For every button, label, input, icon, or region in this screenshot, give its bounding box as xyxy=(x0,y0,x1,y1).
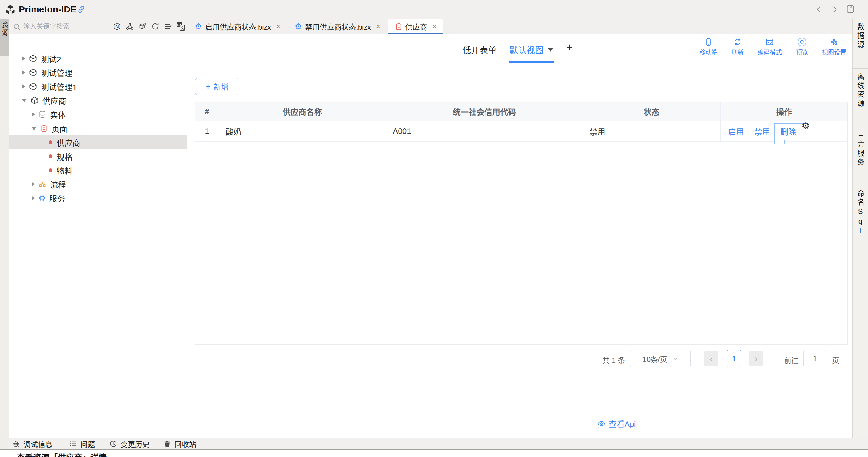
cell-name: 酸奶 xyxy=(219,121,386,142)
module-cube-icon xyxy=(30,96,39,105)
right-rail-tab-named-sql[interactable]: 命名Sql xyxy=(852,185,868,243)
collapse-sort-icon[interactable] xyxy=(164,22,172,31)
nav-back-icon[interactable] xyxy=(815,5,823,14)
tree-item-supplier-module[interactable]: 供应商 xyxy=(9,93,187,108)
selection-handle xyxy=(774,140,785,144)
chevron-right-icon[interactable] xyxy=(22,84,25,89)
code-window-icon xyxy=(766,38,774,46)
close-icon[interactable]: × xyxy=(376,22,380,31)
tree-item-test-mgmt[interactable]: 测试管理 xyxy=(9,65,187,80)
add-view-button[interactable]: + xyxy=(566,41,572,54)
chevron-right-icon[interactable] xyxy=(32,196,35,201)
close-icon[interactable]: × xyxy=(432,22,437,31)
gear-badge-icon[interactable]: ⚙ xyxy=(802,121,810,130)
prev-page-button[interactable]: ‹ xyxy=(704,352,718,366)
bug-icon xyxy=(12,440,20,448)
mobile-view-button[interactable]: 移动端 xyxy=(700,38,718,56)
plus-icon: + xyxy=(206,82,211,91)
module-cube-icon xyxy=(29,68,37,77)
right-rail-tab-datasource[interactable]: 数据源 xyxy=(852,19,868,68)
cell-actions: 启用 禁用 删除 ⚙ xyxy=(721,121,847,142)
next-page-button[interactable]: › xyxy=(749,352,763,366)
right-rail: 数据源 离线资源 三方服务 命名Sql xyxy=(852,19,868,438)
page-dot-icon xyxy=(49,141,53,145)
resource-sidebar: AI En 文 xyxy=(9,19,187,438)
tree-item-pages[interactable]: 页面 xyxy=(9,121,187,135)
editor-area: ⚙ 启用供应商状态.bizx × ⚙ 禁用供应商状态.bizx × 供应商 × … xyxy=(187,19,852,438)
problems-button[interactable]: 问题 xyxy=(69,438,95,449)
goto-label: 前往 xyxy=(784,355,799,365)
left-rail: 资源 xyxy=(0,19,9,449)
page-dot-icon xyxy=(49,169,53,172)
page-size-select[interactable]: 10条/页 xyxy=(630,350,690,367)
code-mode-button[interactable]: 编码模式 xyxy=(757,38,782,56)
debug-info-button[interactable]: 调试信息 xyxy=(12,438,53,449)
chevron-right-icon[interactable] xyxy=(22,70,25,75)
designer-selection-box[interactable]: ⚙ xyxy=(774,123,807,140)
tree-item-spec-page[interactable]: 规格 xyxy=(9,149,187,163)
chevron-right-icon[interactable] xyxy=(22,56,25,61)
nav-forward-icon[interactable] xyxy=(830,5,839,14)
status-tooltip-strip: 查看资源「供应商」详情 xyxy=(0,449,868,457)
sidebar-search-row: AI En 文 xyxy=(9,19,187,34)
right-rail-tab-offline-resources[interactable]: 离线资源 xyxy=(852,68,868,127)
col-header-name: 供应商名称 xyxy=(219,102,386,121)
tab-enable-supplier-status[interactable]: ⚙ 启用供应商状态.bizx × xyxy=(188,19,287,34)
chevron-down-icon[interactable] xyxy=(32,127,36,130)
disable-link[interactable]: 禁用 xyxy=(754,126,770,137)
add-module-icon[interactable] xyxy=(138,22,147,31)
tree-item-material-page[interactable]: 物料 xyxy=(9,163,187,177)
recycle-bin-button[interactable]: 回收站 xyxy=(163,438,196,449)
ai-assistant-icon[interactable]: AI xyxy=(113,22,121,31)
tree-item-entities[interactable]: 实体 xyxy=(9,108,187,121)
translate-icon[interactable]: En 文 xyxy=(177,22,185,31)
right-rail-tab-thirdparty-services[interactable]: 三方服务 xyxy=(852,127,868,185)
refresh-button[interactable]: 刷新 xyxy=(732,38,744,56)
tree-item-supplier-page[interactable]: 供应商 xyxy=(9,135,187,149)
form-type-label: 低开表单 xyxy=(463,44,496,56)
save-icon[interactable] xyxy=(845,4,855,14)
tree-item-services[interactable]: ⚙ 服务 xyxy=(9,191,187,205)
tree-item-test-mgmt1[interactable]: 测试管理1 xyxy=(9,80,187,93)
trash-icon xyxy=(163,440,172,448)
view-toolbar: 移动端 刷新 编码模式 预览 视图设置 xyxy=(700,38,846,56)
tree-item-process[interactable]: 流程 xyxy=(9,177,187,191)
page-clipboard-icon xyxy=(40,124,48,132)
current-page-button[interactable]: 1 xyxy=(727,350,741,367)
editor-tab-bar: ⚙ 启用供应商状态.bizx × ⚙ 禁用供应商状态.bizx × 供应商 × xyxy=(187,19,852,34)
chevron-down-icon[interactable] xyxy=(22,99,27,102)
close-icon[interactable]: × xyxy=(276,22,281,31)
view-selector[interactable]: 默认视图 xyxy=(509,44,553,56)
tab-supplier[interactable]: 供应商 × xyxy=(388,19,443,34)
active-view-underline xyxy=(508,61,554,63)
tab-disable-supplier-status[interactable]: ⚙ 禁用供应商状态.bizx × xyxy=(288,19,387,34)
tree-item-test2[interactable]: 测试2 xyxy=(9,52,187,65)
add-button[interactable]: + 新增 xyxy=(195,78,239,95)
share-relation-icon[interactable] xyxy=(126,22,134,31)
app-title: Primeton-IDE xyxy=(19,0,76,19)
goto-page-input[interactable] xyxy=(803,350,827,367)
refresh-tree-icon[interactable] xyxy=(151,22,159,31)
table-header: # 供应商名称 统一社会信用代码 状态 操作 xyxy=(195,102,847,121)
left-rail-tab-resources[interactable]: 资源 xyxy=(0,19,9,56)
link-icon[interactable] xyxy=(77,5,86,14)
eye-icon xyxy=(597,419,606,428)
page-canvas: + 新增 # 供应商名称 统一社会信用代码 状态 操作 1 酸奶 A001 禁用 xyxy=(187,63,852,438)
refresh-icon xyxy=(733,38,742,46)
col-header-actions: 操作 xyxy=(721,102,847,121)
preview-button[interactable]: 预览 xyxy=(796,38,808,56)
view-settings-button[interactable]: 视图设置 xyxy=(822,38,846,56)
cell-index: 1 xyxy=(195,121,219,142)
grid-settings-icon xyxy=(830,38,838,46)
status-tooltip-text: 查看资源「供应商」详情 xyxy=(17,451,107,457)
chevron-right-icon[interactable] xyxy=(32,182,35,187)
chevron-right-icon[interactable] xyxy=(32,112,35,117)
cell-status: 禁用 xyxy=(583,121,721,142)
enable-link[interactable]: 启用 xyxy=(728,126,744,137)
change-history-button[interactable]: 变更历史 xyxy=(109,438,150,449)
status-bar: 调试信息 问题 变更历史 回收站 xyxy=(9,438,868,449)
search-input[interactable] xyxy=(23,19,114,34)
view-api-link[interactable]: 查看Api xyxy=(597,418,636,429)
module-cube-icon xyxy=(29,82,37,91)
tab-label: 供应商 xyxy=(405,21,427,32)
